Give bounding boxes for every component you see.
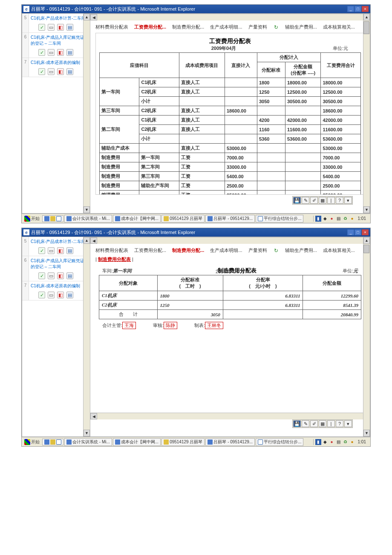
sidebar-scrollbar[interactable]: ▲▼ [83, 237, 90, 436]
tray-icon[interactable]: ▮ [315, 216, 321, 222]
flag-icon[interactable]: ◧ [57, 68, 64, 75]
flag-icon[interactable]: ◧ [57, 24, 64, 31]
tray-icon[interactable]: ◆ [322, 216, 328, 222]
sidebar-link[interactable]: C1机床-产品成本计算-二车间 [31, 14, 88, 22]
tray-icon[interactable]: ● [329, 216, 335, 222]
tab-production[interactable]: 产量资料 [248, 24, 267, 30]
note-icon[interactable]: ▤ [66, 272, 73, 279]
doc-icon[interactable]: ▭ [48, 49, 55, 56]
doc-icon[interactable]: ▭ [48, 68, 55, 75]
tab-material[interactable]: 材料费用分配表 [95, 247, 128, 254]
doc-icon[interactable]: ▭ [48, 247, 55, 254]
check-icon[interactable]: ✓ [38, 68, 45, 75]
tool-grid-icon[interactable]: ▦ [319, 197, 326, 204]
tab-auxiliary[interactable]: 辅助生产费用... [285, 247, 317, 254]
tool-save-icon[interactable]: 💾 [293, 197, 301, 204]
doc-icon[interactable]: ▭ [48, 272, 55, 279]
refresh-icon[interactable]: ↻ [273, 24, 279, 30]
task-item[interactable]: 09514129 吕丽琴 [161, 215, 205, 223]
tab-mfg[interactable]: 制造费用分配... [172, 247, 204, 254]
task-item[interactable]: 平行综合结转分步... [256, 215, 303, 223]
tab-material[interactable]: 材料费用分配表 [95, 24, 128, 30]
minimize-button[interactable]: _ [347, 229, 354, 235]
note-icon[interactable]: ▤ [66, 247, 73, 254]
note-icon[interactable]: ▤ [66, 292, 73, 298]
top-scrollbar[interactable]: ◀▶ [90, 237, 370, 244]
subtab-mfg[interactable]: 制造费用分配表 [98, 257, 131, 262]
main-scrollbar-v[interactable]: ▲▼ [363, 14, 370, 213]
note-icon[interactable]: ▤ [66, 68, 73, 75]
maximize-button[interactable]: □ [355, 6, 361, 12]
top-scrollbar[interactable]: ◀▶ [90, 14, 370, 20]
tab-auxiliary[interactable]: 辅助生产费用... [285, 24, 317, 30]
flag-icon[interactable]: ◧ [57, 292, 64, 298]
doc-icon[interactable]: ▭ [48, 292, 55, 298]
tool-clear-icon[interactable]: ✐ [310, 197, 318, 204]
check-icon[interactable]: ✓ [38, 292, 45, 298]
tab-costrel[interactable]: 成本核算相关... [323, 24, 355, 30]
main-scrollbar-v[interactable]: ▲▼ [363, 237, 370, 436]
refresh-icon[interactable]: ↻ [273, 248, 279, 254]
doc-icon[interactable]: ▭ [48, 24, 55, 31]
sidebar-link[interactable]: C1机床-产品成本计算-二车间 [31, 238, 88, 246]
sidebar-link[interactable]: C1机床-成本还原表的编制 [31, 282, 88, 290]
quicklaunch[interactable] [42, 439, 63, 445]
task-item[interactable]: 成本会计【网中网... [113, 215, 161, 223]
note-icon[interactable]: ▤ [66, 24, 73, 31]
check-icon[interactable]: ✓ [38, 24, 45, 31]
task-item[interactable]: 成本会计【网中网... [113, 438, 161, 446]
tab-costrel[interactable]: 成本核算相关... [323, 247, 355, 254]
maximize-button[interactable]: □ [355, 229, 361, 235]
tray-icon[interactable]: ▤ [336, 216, 342, 222]
tray-icon[interactable]: ♻ [343, 216, 349, 222]
minimize-button[interactable]: _ [347, 6, 354, 12]
tray-icon[interactable]: ▮ [315, 439, 321, 445]
close-button[interactable]: × [362, 6, 369, 12]
sidebar-link[interactable]: C1机床-产成品入库记账凭证的登记 – 二车间 [31, 34, 88, 47]
tab-detail[interactable]: 生产成本明细... [210, 24, 242, 30]
sidebar-scrollbar[interactable]: ▲▼ [83, 14, 90, 213]
note-icon[interactable]: ▤ [66, 49, 73, 56]
sidebar-link[interactable]: C1机床-产成品入库记账凭证的登记 – 二车间 [31, 257, 88, 271]
task-item[interactable]: 09514129 吕丽琴 [161, 438, 205, 446]
tray-icon[interactable]: ▤ [336, 439, 342, 445]
sidebar-link[interactable]: C1机床-成本还原表的编制 [31, 59, 88, 66]
task-item[interactable]: 吕丽琴 - 09514129... [205, 215, 255, 223]
tray-icon[interactable]: ● [349, 216, 355, 222]
task-item[interactable]: 会计实训系统 - Mi... [64, 438, 112, 446]
tray-icon[interactable]: ♻ [343, 439, 349, 445]
task-item[interactable]: 吕丽琴 - 09514129... [205, 438, 255, 446]
tray-icon[interactable]: ● [329, 439, 335, 445]
close-button[interactable]: × [362, 229, 369, 235]
table-cell: 制造费用 [100, 162, 139, 172]
task-item[interactable]: 平行综合结转分步... [256, 438, 303, 446]
tool-save-icon[interactable]: 💾 [293, 420, 301, 427]
tab-salary[interactable]: 工资费用分配... [134, 24, 166, 30]
flag-icon[interactable]: ◧ [57, 247, 64, 254]
tab-mfg[interactable]: 制造费用分配... [172, 24, 204, 30]
tool-grid-icon[interactable]: ▦ [319, 420, 326, 427]
bottom-scrollbar[interactable]: ◀▶ [90, 413, 370, 419]
tool-sep: | [327, 420, 335, 427]
tool-clear-icon[interactable]: ✐ [310, 420, 318, 427]
quicklaunch[interactable] [42, 215, 63, 222]
tray-icon[interactable]: ● [349, 439, 355, 445]
tool-edit-icon[interactable]: ✎ [302, 420, 309, 427]
tab-salary[interactable]: 工资费用分配... [134, 247, 166, 254]
tool-edit-icon[interactable]: ✎ [302, 197, 309, 204]
check-icon[interactable]: ✓ [38, 272, 45, 279]
tool-dropdown-icon[interactable]: ▾ [344, 197, 352, 204]
start-button[interactable]: 开始 [23, 216, 41, 222]
tray-icon[interactable]: ◆ [322, 439, 328, 445]
check-icon[interactable]: ✓ [38, 247, 45, 254]
tool-dropdown-icon[interactable]: ▾ [344, 420, 352, 427]
flag-icon[interactable]: ◧ [57, 49, 64, 56]
start-button[interactable]: 开始 [23, 439, 41, 445]
flag-icon[interactable]: ◧ [57, 272, 64, 279]
tool-help-icon[interactable]: ? [336, 197, 343, 204]
check-icon[interactable]: ✓ [38, 49, 45, 56]
task-item[interactable]: 会计实训系统 - Mi... [64, 215, 112, 223]
tab-detail[interactable]: 生产成本明细... [210, 247, 242, 254]
tab-production[interactable]: 产量资料 [248, 247, 267, 254]
tool-help-icon[interactable]: ? [336, 420, 343, 427]
